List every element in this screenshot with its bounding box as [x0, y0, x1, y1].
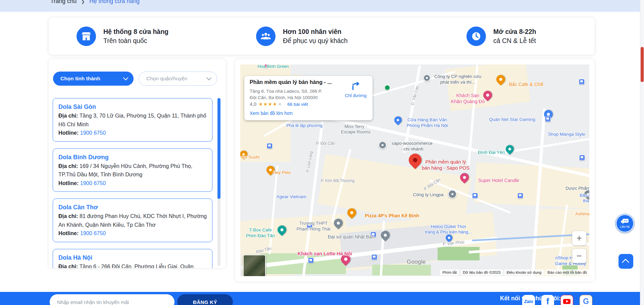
- keyboard-shortcuts-link[interactable]: Phím tắt: [440, 269, 459, 275]
- map-poi-label: Cửa Hàng Bán VănPhòng Phẩm Hà Nội: [406, 117, 448, 128]
- newsletter-footer: ĐĂNG KÝ Kết nối với chúng tôi: Zalo f G: [0, 292, 644, 305]
- map-poi-label: Ashima: [575, 211, 589, 217]
- bus-stop-icon[interactable]: [545, 116, 551, 122]
- reviews-link[interactable]: 66 bài viết: [287, 102, 308, 107]
- store-card[interactable]: Dola Sài Gòn Địa chỉ: Tầng 3, 70 Lữ Gia,…: [53, 98, 212, 142]
- hotline-link[interactable]: 1900 6750: [80, 180, 106, 186]
- map-poi-label: sapo-woocommerce- chi nhánh: [392, 140, 433, 152]
- store-name[interactable]: Dola Cần Thơ: [58, 203, 207, 212]
- bus-stop-icon[interactable]: [371, 254, 377, 260]
- youtube-icon[interactable]: [560, 295, 573, 305]
- store-name[interactable]: Dola Sài Gòn: [58, 102, 207, 112]
- store-name[interactable]: Dola Bình Dương: [58, 153, 207, 162]
- map-poi-label: Bảo tàthà: [580, 193, 589, 204]
- map-zoom-in-button[interactable]: +: [572, 231, 586, 245]
- contact-chat-button[interactable]: Liên hệ: [616, 214, 634, 232]
- map-zoom-out-button[interactable]: −: [572, 249, 586, 263]
- bus-stop-icon[interactable]: [267, 143, 273, 149]
- store-card[interactable]: Dola Hà Nội Địa chỉ: Tầng 6 - 266 Đội Cấ…: [53, 249, 212, 268]
- map-poi-label: Khách sạn Lotte Hà Nội: [298, 251, 352, 257]
- chevron-down-icon: [206, 75, 212, 80]
- stat-line2: cả CN & Lễ tết: [493, 36, 536, 45]
- zalo-icon[interactable]: Zalo: [522, 295, 535, 305]
- district-select[interactable]: Chọn quận/huyện: [139, 72, 217, 86]
- map-poi-label: Quán Net Star Gaming: [489, 117, 535, 122]
- info-window-title[interactable]: Phần mềm quản lý bán hàng - ...: [250, 79, 332, 85]
- store-list-scrollbar[interactable]: [217, 98, 220, 266]
- breadcrumb-separator-icon: ❯: [81, 0, 85, 4]
- store-hotline: Hotline: 1900 6750: [58, 179, 207, 188]
- map-poi-label: Pizza 4P's Phan Kế Bính: [365, 213, 419, 219]
- map-dot-icon[interactable]: [384, 85, 390, 91]
- bus-stop-icon[interactable]: [472, 193, 478, 199]
- directions-button[interactable]: Chỉ đường: [342, 80, 369, 98]
- map-poi-label: Dược Phẩm: [565, 185, 589, 191]
- map-road: [403, 65, 421, 153]
- stat-stores: Hệ thống 8 cửa hàng Trên toàn quốc: [77, 17, 168, 55]
- map-poi-label: P. Kim Mã Thượng: [321, 178, 354, 183]
- map-poi-label: Phá lề lập phương: [286, 123, 323, 128]
- map-circle-icon[interactable]: [379, 141, 387, 149]
- store-card[interactable]: Dola Bình Dương Địa chỉ: 169 / 34 Nguyễn…: [53, 148, 212, 192]
- email-input[interactable]: [50, 294, 175, 305]
- map-poi-label: P. Đội Cấn: [316, 141, 335, 146]
- subscribe-button[interactable]: ĐĂNG KÝ: [177, 294, 233, 305]
- map-pin-icon[interactable]: [393, 115, 403, 125]
- store-address: Địa chỉ: Tầng 6 - 266 Đội Cấn, Phường Li…: [58, 262, 207, 268]
- breadcrumb-home-link[interactable]: Trang chủ: [50, 0, 77, 5]
- terms-link[interactable]: Điều khoản sử dụng: [504, 269, 544, 275]
- stat-line1: Hệ thống 8 cửa hàng: [103, 27, 168, 36]
- store-list: Dola Sài Gòn Địa chỉ: Tầng 3, 70 Lữ Gia,…: [53, 98, 217, 268]
- store-address: Địa chỉ: Tầng 3, 70 Lữ Gia, Phường 15, Q…: [58, 112, 207, 129]
- rating-stars-filled: ★★★★: [258, 101, 277, 107]
- map-poi-label: Miss Terry -Escape Rooms: [341, 124, 370, 135]
- stat-hours: Mở cửa 8-22h cả CN & Lễ tết: [466, 17, 536, 55]
- satellite-view-toggle[interactable]: [243, 255, 266, 276]
- google-social-icon[interactable]: G: [580, 295, 592, 305]
- larger-map-link[interactable]: Xem bản đồ lớn hơn: [250, 111, 293, 116]
- stat-line1: Hơn 100 nhân viên: [283, 27, 348, 36]
- map-poi-label: am Sushi: [241, 155, 259, 160]
- stat-staff: Hơn 100 nhân viên Để phục vụ quý khách: [256, 17, 348, 55]
- map-poi-label: D. Văn Cao: [410, 85, 419, 105]
- map-area-patch: [438, 247, 480, 260]
- map-info-window: Phần mềm quản lý bán hàng - ... Tầng 6, …: [244, 76, 373, 120]
- store-address: Địa chỉ: 169 / 34 Nguyễn Hữu Cảnh, Phườn…: [58, 162, 207, 179]
- facebook-icon[interactable]: f: [541, 295, 554, 305]
- clock-icon: [466, 27, 486, 46]
- store-icon: [77, 27, 96, 46]
- hotline-link[interactable]: 1900 6750: [80, 130, 106, 136]
- store-list-scrollbar-thumb[interactable]: [217, 98, 220, 199]
- hotline-link[interactable]: 1900 6750: [80, 230, 106, 236]
- report-error-link[interactable]: Báo cáo một lỗi bản đồ: [545, 269, 589, 275]
- map-poi-label: Trường THPTPhạm Hồng Thái: [296, 220, 330, 232]
- page-scrollbar[interactable]: [640, 0, 644, 305]
- chevron-down-icon: [123, 75, 129, 80]
- map-circle-icon[interactable]: [448, 190, 457, 199]
- google-map[interactable]: Phần mềm quản lý bán hàng - ... Tầng 6, …: [240, 64, 589, 276]
- stat-line2: Để phục vụ quý khách: [283, 36, 348, 45]
- stats-card: Hệ thống 8 cửa hàng Trên toàn quốc Hơn 1…: [49, 17, 595, 55]
- main-location-pin[interactable]: [406, 151, 424, 169]
- map-poi-label: Hey Pelo: [273, 170, 291, 175]
- map-circle-icon[interactable]: [423, 74, 431, 82]
- page-scrollbar-thumb[interactable]: [641, 47, 644, 82]
- map-poi-label: Hoa Binh Green: [257, 64, 289, 69]
- chat-bubble-icon: [621, 219, 629, 225]
- store-card[interactable]: Dola Cần Thơ Địa chỉ: 81 đường Phan Huy …: [53, 199, 212, 242]
- map-poi-label: Đình Đại Yên: [478, 149, 505, 155]
- bus-stop-icon[interactable]: [308, 258, 314, 263]
- district-select-value: Chọn quận/huyện: [146, 76, 187, 82]
- map-poi-label: Khách SạnKhăn Quàng Đỏ: [451, 93, 485, 104]
- rating-value: 4,0: [250, 101, 256, 107]
- bus-stop-icon[interactable]: [579, 155, 585, 161]
- bus-stop-icon[interactable]: [579, 79, 585, 85]
- map-poi-label: T-Box CafePhim Đào Tấn: [246, 227, 275, 238]
- map-poi-label: Xgear Vietnam: [276, 194, 306, 200]
- store-name[interactable]: Dola Hà Nội: [58, 253, 207, 262]
- scroll-to-top-button[interactable]: [618, 254, 633, 269]
- stat-line1: Mở cửa 8-22h: [493, 27, 536, 36]
- province-select[interactable]: Chọn tỉnh thành: [53, 72, 134, 86]
- bus-stop-icon[interactable]: [517, 193, 523, 199]
- breadcrumb-current: Hệ thống cửa hàng: [89, 0, 140, 5]
